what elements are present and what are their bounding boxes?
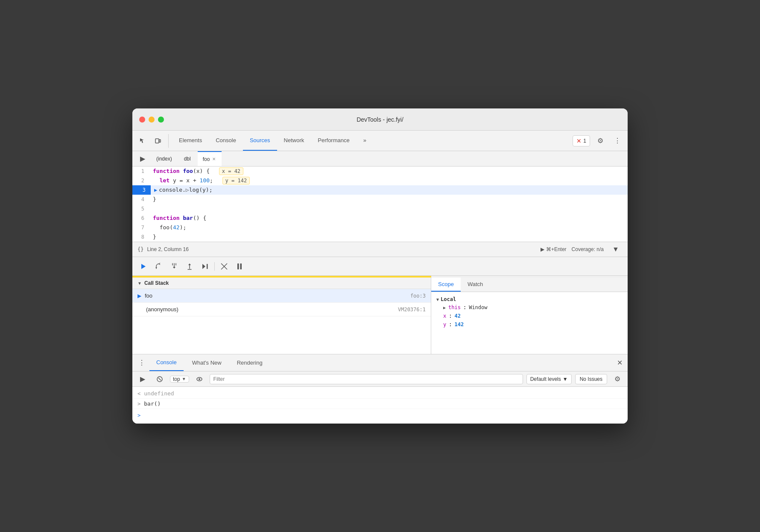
code-line-6: 6 function bar() { [132, 213, 628, 223]
tab-scope[interactable]: Scope [431, 278, 461, 292]
tab-more[interactable]: » [357, 131, 373, 151]
console-toolbar: ▶ top ▼ Default levels [132, 371, 628, 387]
tab-close-icon[interactable]: ✕ [211, 156, 216, 162]
format-icon[interactable]: {} [137, 246, 143, 252]
more-options-button[interactable]: ⋮ [611, 134, 624, 148]
svg-point-16 [199, 378, 200, 380]
default-levels-button[interactable]: Default levels ▼ [526, 374, 572, 384]
step-button[interactable] [199, 260, 211, 272]
svg-rect-1 [159, 140, 161, 142]
resume-button[interactable] [137, 260, 149, 272]
tab-sources[interactable]: Sources [243, 131, 277, 151]
sources-tab-dbl[interactable]: dbl [179, 151, 196, 166]
svg-line-14 [158, 378, 161, 380]
status-right: ▶ ⌘+Enter Coverage: n/a ▼ [541, 243, 623, 256]
svg-marker-5 [173, 267, 175, 269]
scope-content: ▼ Local ▶ this : Window x : 42 [431, 292, 628, 334]
scope-tabs: Scope Watch [431, 278, 628, 292]
triangle-icon: ▼ [137, 281, 142, 286]
tab-watch[interactable]: Watch [461, 278, 490, 292]
svg-rect-11 [237, 263, 239, 269]
tab-console[interactable]: Console [209, 131, 243, 151]
console-tabs: ⋮ Console What's New Rendering ✕ [132, 354, 628, 371]
console-output: < undefined > bar() > [132, 387, 628, 424]
step-out-button[interactable] [184, 260, 196, 272]
tab-performance[interactable]: Performance [311, 131, 356, 151]
close-button[interactable] [139, 117, 145, 123]
svg-marker-6 [188, 263, 191, 265]
scope-item-x[interactable]: x : 42 [435, 312, 624, 320]
console-line-undefined: < undefined [132, 389, 628, 399]
scope-group-local-header[interactable]: ▼ Local [435, 295, 624, 303]
code-editor: 1 function foo(x) { x = 42 2 let y = x +… [132, 167, 628, 242]
scope-item-this[interactable]: ▶ this : Window [435, 303, 624, 312]
console-prompt[interactable]: > [132, 409, 628, 422]
group-triangle-icon: ▼ [436, 297, 439, 302]
sources-tabs: ▶ (index) dbl foo ✕ [132, 151, 628, 167]
settings-button[interactable]: ⚙ [593, 134, 607, 148]
cursor-position: Line 2, Column 16 [147, 246, 188, 252]
error-badge[interactable]: ✕ 1 [573, 135, 590, 146]
toolbar-right: ✕ 1 ⚙ ⋮ [573, 134, 624, 148]
svg-rect-0 [155, 139, 159, 143]
code-line-4: 4 } [132, 195, 628, 204]
svg-marker-7 [202, 264, 205, 269]
svg-marker-4 [155, 267, 157, 269]
svg-marker-2 [141, 264, 146, 269]
code-line-2: 2 let y = x + 100; y = 142 [132, 176, 628, 185]
console-more-button[interactable]: ⋮ [136, 357, 148, 369]
pause-on-exception-button[interactable] [234, 260, 246, 272]
console-tab-console[interactable]: Console [149, 354, 184, 371]
coverage-label: Coverage: n/a [572, 246, 604, 252]
inspect-element-button[interactable] [136, 134, 149, 148]
run-button[interactable]: ▶ ⌘+Enter [541, 246, 567, 252]
console-clear-button[interactable] [153, 372, 167, 386]
lower-panels: ▼ Call Stack ▶ foo foo:3 (anonymous) VM2… [132, 278, 628, 354]
tab-elements[interactable]: Elements [172, 131, 209, 151]
sources-tab-foo[interactable]: foo ✕ [198, 151, 222, 166]
console-section: ⋮ Console What's New Rendering ✕ ▶ top ▼ [132, 354, 628, 424]
call-stack-item-foo[interactable]: ▶ foo foo:3 [132, 289, 431, 303]
step-over-button[interactable] [153, 260, 165, 272]
scope-item-y[interactable]: y : 142 [435, 320, 624, 329]
toggle-drawer-button[interactable]: ▶ [136, 152, 149, 166]
debug-separator [214, 262, 215, 271]
call-stack-item-anonymous[interactable]: (anonymous) VM20376:1 [132, 303, 431, 316]
filter-input[interactable] [210, 374, 523, 384]
console-settings-button[interactable]: ⚙ [611, 372, 624, 386]
top-selector[interactable]: top ▼ [170, 376, 189, 383]
status-bar: {} Line 2, Column 16 ▶ ⌘+Enter Coverage:… [132, 242, 628, 257]
tab-nav: Elements Console Sources Network Perform… [172, 131, 573, 151]
code-line-1: 1 function foo(x) { x = 42 [132, 167, 628, 176]
maximize-button[interactable] [158, 117, 164, 123]
no-issues-button[interactable]: No Issues [575, 374, 607, 384]
devtools-toolbar: Elements Console Sources Network Perform… [132, 131, 628, 151]
console-tab-whats-new[interactable]: What's New [185, 354, 228, 371]
code-line-3-active: 3 ▶console.▷log(y); [132, 185, 628, 195]
devtools-window: DevTools - jec.fyi/ Elements Console [132, 108, 628, 424]
minimize-button[interactable] [149, 117, 155, 123]
svg-rect-8 [207, 264, 208, 269]
call-stack-header: ▼ Call Stack [132, 278, 431, 289]
sources-tab-index[interactable]: (index) [151, 151, 177, 166]
deactivate-breakpoints-button[interactable] [218, 260, 230, 272]
error-icon: ✕ [576, 137, 582, 144]
code-line-8: 8 } [132, 232, 628, 242]
titlebar: DevTools - jec.fyi/ [132, 108, 628, 131]
active-frame-icon: ▶ [137, 293, 141, 299]
console-tab-rendering[interactable]: Rendering [230, 354, 269, 371]
toolbar-icons [136, 134, 169, 148]
call-stack-panel: ▼ Call Stack ▶ foo foo:3 (anonymous) VM2… [132, 278, 431, 354]
code-line-5: 5 [132, 204, 628, 213]
console-line-bar: > bar() [132, 399, 628, 409]
coverage-button[interactable]: ▼ [609, 243, 623, 256]
svg-rect-12 [240, 263, 242, 269]
device-toolbar-button[interactable] [151, 134, 165, 148]
eye-icon-button[interactable] [193, 372, 206, 386]
debug-toolbar [132, 257, 628, 276]
console-toggle-button[interactable]: ▶ [136, 372, 149, 386]
window-title: DevTools - jec.fyi/ [357, 116, 403, 123]
console-close-button[interactable]: ✕ [615, 357, 624, 368]
step-into-button[interactable] [168, 260, 180, 272]
tab-network[interactable]: Network [277, 131, 311, 151]
